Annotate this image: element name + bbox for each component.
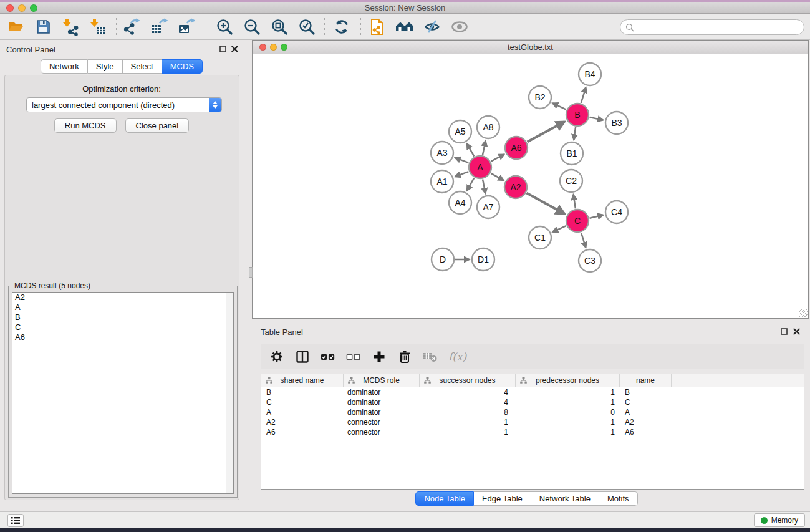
tab-node-table[interactable]: Node Table (415, 491, 474, 506)
export-image-icon[interactable] (177, 17, 196, 36)
split-columns-icon[interactable] (295, 349, 310, 364)
graph-node-A1[interactable]: A1 (431, 170, 453, 193)
open-folder-icon[interactable] (6, 17, 25, 36)
table-row[interactable]: A6connector11A6 (261, 427, 804, 437)
graph-edge-B-B1[interactable] (574, 127, 576, 140)
graph-edge-A-A2[interactable] (491, 173, 503, 180)
close-panel-icon[interactable] (231, 46, 238, 52)
graph-edge-A-A8[interactable] (483, 141, 486, 155)
network-canvas[interactable]: B4B2BB3A5A8A6B1A3AA1A2C2A4A7C4CC1DD1C3 (253, 54, 808, 318)
tab-network-table[interactable]: Network Table (531, 491, 599, 506)
graph-node-B4[interactable]: B4 (579, 63, 601, 85)
mcds-result-item[interactable]: A (12, 302, 233, 312)
mcds-result-item[interactable]: C (12, 322, 233, 332)
zoom-window-button[interactable] (30, 4, 37, 12)
task-history-button[interactable] (7, 514, 24, 527)
show-graphics-eye-icon[interactable] (450, 17, 469, 36)
gear-icon[interactable] (269, 349, 284, 364)
graph-node-C3[interactable]: C3 (579, 249, 601, 272)
graph-node-C[interactable]: C (566, 210, 589, 232)
column-header-name[interactable]: name (620, 374, 672, 387)
graph-edge-A-A5[interactable] (467, 143, 474, 156)
select-all-checkboxes-icon[interactable] (321, 349, 335, 364)
graph-edge-A-A6[interactable] (491, 154, 504, 161)
export-network-icon[interactable] (122, 17, 141, 36)
graph-node-A2[interactable]: A2 (504, 176, 527, 198)
vertical-scroll-thumb[interactable] (249, 267, 253, 278)
graph-node-B2[interactable]: B2 (529, 86, 551, 109)
resize-grip-icon[interactable] (799, 309, 808, 317)
table-row[interactable]: Adominator80A (261, 407, 804, 417)
graph-edge-A-A3[interactable] (455, 158, 468, 163)
hide-details-icon[interactable] (423, 17, 441, 36)
graph-node-D1[interactable]: D1 (472, 248, 494, 271)
graph-edge-C-C2[interactable] (573, 195, 575, 208)
graph-node-A6[interactable]: A6 (505, 137, 528, 159)
column-header-predecessor-nodes[interactable]: predecessor nodes (516, 374, 620, 387)
graph-node-B3[interactable]: B3 (605, 112, 628, 134)
graph-edge-C-C4[interactable] (590, 215, 604, 218)
network-window-titlebar[interactable]: testGlobe.txt (253, 41, 808, 54)
tab-motifs[interactable]: Motifs (599, 491, 638, 506)
graph-node-B[interactable]: B (566, 104, 589, 126)
zoom-network-icon[interactable] (281, 44, 287, 51)
close-window-button[interactable] (6, 4, 14, 12)
graph-node-A3[interactable]: A3 (431, 142, 453, 164)
graph-edge-A2-C[interactable] (527, 193, 565, 214)
column-header-successor-nodes[interactable]: successor nodes (420, 374, 516, 387)
graph-node-A4[interactable]: A4 (449, 191, 471, 214)
column-header-shared-name[interactable]: shared name (261, 374, 344, 387)
table-row[interactable]: A2connector11A2 (261, 417, 804, 427)
import-table-icon[interactable] (89, 17, 107, 36)
tab-mcds[interactable]: MCDS (162, 59, 203, 74)
table-row[interactable]: Cdominator41C (261, 397, 804, 407)
graph-edge-C-C1[interactable] (552, 226, 566, 232)
zoom-out-icon[interactable] (243, 17, 261, 36)
tab-edge-table[interactable]: Edge Table (474, 491, 531, 506)
zoom-in-icon[interactable] (215, 17, 234, 36)
graph-edge-A-A7[interactable] (483, 180, 486, 194)
network-file-icon[interactable] (368, 17, 387, 36)
graph-edge-A-A1[interactable] (455, 172, 468, 177)
graph-edge-B-B3[interactable] (590, 117, 604, 120)
graph-node-A8[interactable]: A8 (477, 116, 499, 138)
import-network-icon[interactable] (61, 17, 80, 36)
column-header-mcds-role[interactable]: MCDS role (344, 374, 420, 387)
graph-edge-B-B2[interactable] (552, 103, 566, 109)
graph-node-C4[interactable]: C4 (605, 201, 628, 223)
search-input[interactable] (634, 22, 804, 32)
minimize-window-button[interactable] (18, 4, 26, 12)
function-builder-icon[interactable]: f(x) (448, 351, 466, 363)
add-column-icon[interactable] (372, 349, 387, 364)
graph-node-C1[interactable]: C1 (529, 226, 551, 249)
graph-node-C2[interactable]: C2 (560, 170, 582, 192)
minimize-network-icon[interactable] (270, 44, 277, 51)
close-network-icon[interactable] (259, 44, 266, 51)
graph-node-A5[interactable]: A5 (449, 120, 471, 143)
graph-edge-B-B4[interactable] (581, 87, 586, 103)
tab-select[interactable]: Select (123, 59, 162, 74)
graph-node-B1[interactable]: B1 (561, 142, 583, 165)
optimization-select[interactable]: largest connected component (directed) (26, 97, 222, 112)
mcds-result-list[interactable]: A2ABCA6 (12, 292, 234, 494)
zoom-fit-icon[interactable] (270, 17, 289, 36)
deselect-all-checkboxes-icon[interactable] (346, 349, 361, 364)
export-table-icon[interactable] (150, 17, 168, 36)
graph-edge-C-C3[interactable] (581, 233, 586, 248)
tab-network[interactable]: Network (41, 59, 88, 74)
graph-node-A7[interactable]: A7 (477, 196, 499, 218)
mcds-result-item[interactable]: B (12, 312, 233, 322)
graph-edge-A-A4[interactable] (467, 178, 474, 190)
mcds-result-item[interactable]: A2 (12, 293, 233, 302)
delete-icon[interactable] (397, 349, 412, 364)
home-networks-icon[interactable] (395, 17, 414, 36)
float-panel-icon[interactable] (219, 46, 226, 52)
graph-node-D[interactable]: D (432, 248, 454, 271)
scrollbar-track[interactable] (226, 293, 233, 493)
table-row[interactable]: Bdominator41B (261, 387, 804, 397)
graph-node-A[interactable]: A (469, 156, 491, 178)
float-table-panel-icon[interactable] (781, 328, 788, 335)
memory-button[interactable]: Memory (754, 513, 805, 527)
close-table-panel-icon[interactable] (793, 328, 800, 335)
graph-edge-A6-B[interactable] (528, 122, 565, 142)
